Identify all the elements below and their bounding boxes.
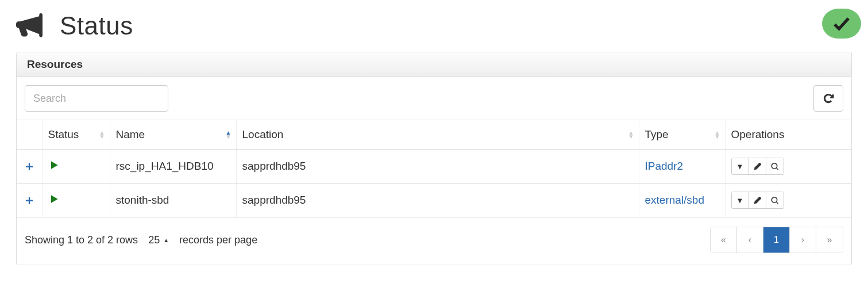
column-expand bbox=[17, 120, 42, 150]
pencil-icon bbox=[754, 197, 761, 204]
column-operations: Operations bbox=[725, 120, 851, 150]
menu-dropdown-button[interactable]: ▼ bbox=[732, 158, 749, 174]
expand-row-button[interactable]: ＋ bbox=[23, 159, 36, 173]
edit-button[interactable] bbox=[749, 158, 766, 174]
check-icon bbox=[831, 13, 852, 34]
page-size-suffix: records per page bbox=[179, 234, 257, 246]
menu-dropdown-button[interactable]: ▼ bbox=[732, 192, 749, 208]
column-type[interactable]: Type ▲▼ bbox=[639, 120, 725, 150]
caret-down-icon: ▼ bbox=[736, 162, 744, 171]
sort-asc-icon: ▲▼ bbox=[226, 131, 232, 139]
resources-table: Status ▲▼ Name ▲▼ Location ▲▼ Type ▲▼ bbox=[17, 120, 851, 217]
search-icon bbox=[771, 197, 778, 204]
resource-type-link[interactable]: IPaddr2 bbox=[645, 160, 684, 172]
sort-icon: ▲▼ bbox=[715, 131, 720, 139]
page-next-button[interactable]: › bbox=[790, 227, 816, 253]
search-input[interactable] bbox=[25, 85, 168, 112]
panel-heading: Resources bbox=[17, 52, 851, 77]
column-name[interactable]: Name ▲▼ bbox=[110, 120, 236, 150]
refresh-icon bbox=[823, 93, 834, 104]
sort-icon: ▲▼ bbox=[99, 131, 105, 139]
table-row: ＋ rsc_ip_HA1_HDB10 sapprdhdb95 IPaddr2 ▼ bbox=[17, 150, 851, 184]
page-last-button[interactable]: » bbox=[816, 227, 843, 253]
column-status-label: Status bbox=[48, 128, 79, 140]
expand-row-button[interactable]: ＋ bbox=[23, 193, 36, 207]
status-running-icon bbox=[48, 195, 60, 207]
pagination: « ‹ 1 › » bbox=[710, 227, 843, 253]
operations-group: ▼ bbox=[731, 192, 784, 209]
resources-panel: Resources Status ▲▼ Name ▲▼ bbox=[16, 52, 852, 265]
column-type-label: Type bbox=[645, 128, 669, 140]
table-row: ＋ stonith-sbd sapprdhdb95 external/sbd ▼ bbox=[17, 184, 851, 217]
refresh-button[interactable] bbox=[813, 85, 843, 112]
page-first-button[interactable]: « bbox=[711, 227, 737, 253]
row-summary: Showing 1 to 2 of 2 rows bbox=[25, 234, 138, 246]
search-icon bbox=[771, 163, 778, 170]
details-button[interactable] bbox=[766, 158, 784, 174]
page-size-value: 25 bbox=[148, 234, 160, 246]
bullhorn-icon bbox=[16, 12, 43, 40]
cluster-status-ok-badge bbox=[822, 9, 861, 39]
column-name-label: Name bbox=[116, 128, 145, 140]
status-running-icon bbox=[48, 161, 60, 173]
resource-location: sapprdhdb95 bbox=[236, 150, 639, 184]
column-status[interactable]: Status ▲▼ bbox=[42, 120, 110, 150]
page-number-button[interactable]: 1 bbox=[763, 227, 790, 253]
resource-location: sapprdhdb95 bbox=[236, 184, 639, 217]
page-size-selector[interactable]: 25 ▲ bbox=[148, 234, 169, 246]
column-location-label: Location bbox=[242, 128, 284, 140]
caret-up-icon: ▲ bbox=[163, 237, 169, 243]
sort-icon: ▲▼ bbox=[628, 131, 634, 139]
resource-name: rsc_ip_HA1_HDB10 bbox=[110, 150, 236, 184]
resource-name: stonith-sbd bbox=[110, 184, 236, 217]
page-title: Status bbox=[60, 12, 133, 40]
page-prev-button[interactable]: ‹ bbox=[737, 227, 763, 253]
details-button[interactable] bbox=[766, 192, 784, 208]
caret-down-icon: ▼ bbox=[736, 196, 744, 205]
edit-button[interactable] bbox=[749, 192, 766, 208]
resource-type-link[interactable]: external/sbd bbox=[645, 194, 705, 206]
operations-group: ▼ bbox=[731, 158, 784, 175]
column-operations-label: Operations bbox=[731, 128, 785, 140]
column-location[interactable]: Location ▲▼ bbox=[236, 120, 639, 150]
pencil-icon bbox=[754, 163, 761, 170]
